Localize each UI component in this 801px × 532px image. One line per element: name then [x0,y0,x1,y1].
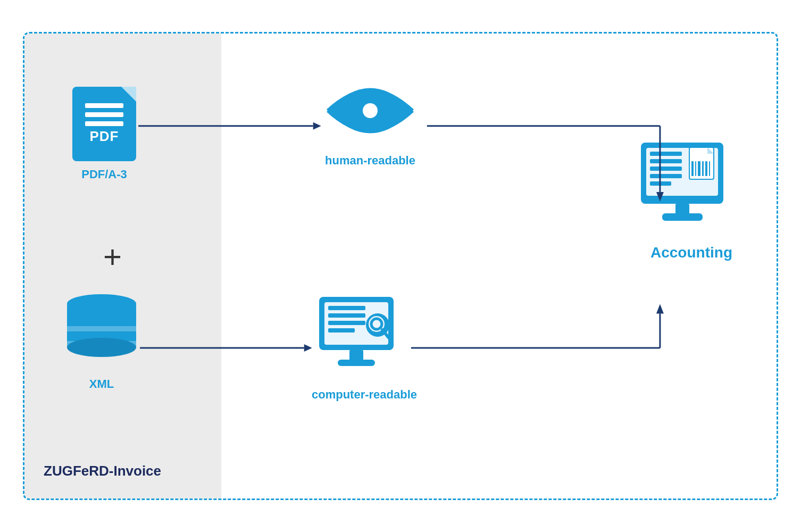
svg-rect-27 [691,161,694,176]
computer-readable-block: computer-readable [312,294,417,402]
svg-marker-36 [313,122,321,130]
svg-marker-44 [656,304,664,314]
pdf-icon-label: PDF [90,128,119,145]
svg-rect-28 [695,161,696,176]
svg-rect-24 [650,181,671,186]
eye-block: human-readable [322,76,418,168]
pdf-line-3 [85,121,123,126]
svg-rect-31 [705,161,707,176]
pdf-icon-lines [85,103,123,126]
xml-label: XML [89,377,114,391]
svg-rect-23 [650,174,682,178]
db-body [67,305,136,347]
svg-rect-10 [328,321,365,325]
svg-rect-8 [328,306,365,310]
pdf-icon: PDF [72,87,136,161]
svg-point-4 [363,103,378,118]
svg-rect-29 [698,161,700,176]
eye-icon [322,76,418,145]
accounting-icon [638,140,745,236]
db-bottom [67,338,136,357]
database-icon [67,294,136,358]
svg-rect-22 [650,167,682,171]
accounting-block: Accounting [638,140,745,261]
pdf-format-label: PDF/A-3 [81,168,127,181]
computer-readable-label: computer-readable [312,388,417,402]
svg-rect-16 [349,350,363,361]
human-readable-label: human-readable [325,154,415,168]
svg-rect-11 [328,328,355,332]
svg-rect-20 [650,152,682,156]
pdf-line-1 [85,103,123,108]
pdf-block: PDF PDF/A-3 [72,87,136,181]
xml-block: XML [67,294,136,391]
svg-rect-17 [338,360,375,366]
diagram-container: ZUGFeRD-Invoice PDF PDF/A-3 + XML [23,32,778,500]
svg-rect-30 [702,161,704,176]
svg-marker-38 [304,344,312,352]
svg-rect-21 [650,159,682,163]
zugferd-label: ZUGFeRD-Invoice [44,463,161,479]
db-mid1 [67,326,136,331]
svg-rect-34 [662,213,703,221]
svg-rect-9 [328,313,365,318]
svg-rect-32 [709,161,710,176]
plus-sign: + [103,241,122,273]
accounting-label: Accounting [650,244,732,261]
computer-readable-icon [316,294,412,379]
pdf-line-2 [85,112,123,117]
